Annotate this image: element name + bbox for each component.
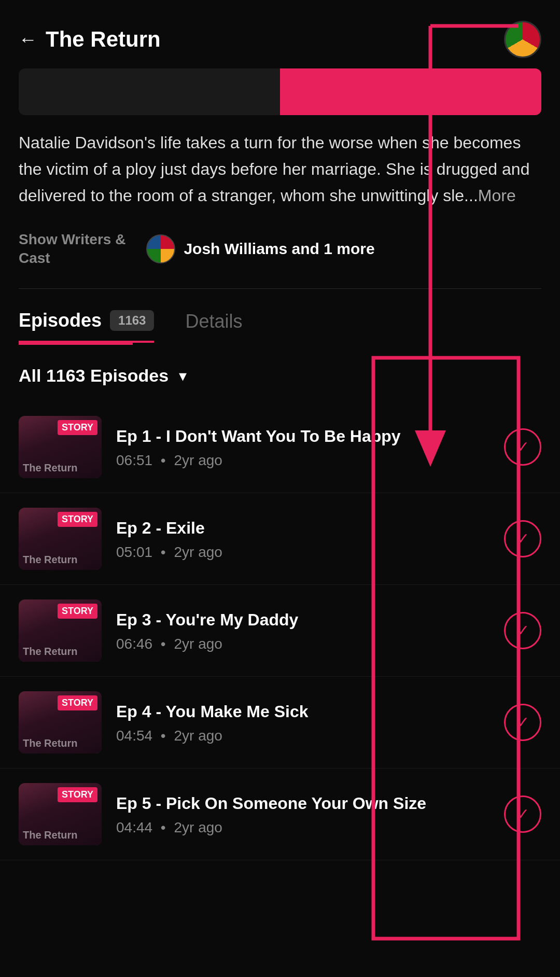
cast-avatar: [146, 234, 175, 263]
episode-item: STORY The Return Ep 5 - Pick On Someone …: [0, 769, 560, 860]
tab-episodes-label: Episodes: [19, 310, 102, 331]
episode-duration: 04:54: [116, 728, 152, 744]
download-icon: ✓: [516, 531, 529, 547]
episode-age: 2yr ago: [174, 728, 222, 744]
download-button[interactable]: ✓: [504, 520, 541, 557]
episode-age: 2yr ago: [174, 452, 222, 468]
download-icon: ✓: [516, 439, 529, 455]
download-icon: ✓: [516, 806, 529, 822]
episode-meta: 04:54 • 2yr ago: [116, 728, 489, 744]
episode-thumbnail: STORY The Return: [19, 508, 102, 570]
description-text: Natalie Davidson's life takes a turn for…: [0, 130, 560, 225]
download-icon: ✓: [516, 715, 529, 730]
episode-duration: 06:46: [116, 636, 152, 652]
episode-thumbnail: STORY The Return: [19, 783, 102, 845]
download-button[interactable]: ✓: [504, 612, 541, 649]
dropdown-icon[interactable]: ▾: [179, 367, 187, 385]
section-divider: [19, 288, 541, 289]
writers-cast-section: Show Writers & Cast Josh Williams and 1 …: [0, 225, 560, 284]
download-button[interactable]: ✓: [504, 428, 541, 466]
episode-title: Ep 5 - Pick On Someone Your Own Size: [116, 793, 489, 815]
episode-info: Ep 1 - I Don't Want You To Be Happy 06:5…: [116, 426, 489, 469]
download-button[interactable]: ✓: [504, 795, 541, 833]
secondary-action-button[interactable]: [280, 68, 541, 115]
episode-info: Ep 3 - You're My Daddy 06:46 • 2yr ago: [116, 609, 489, 653]
episode-title: Ep 1 - I Don't Want You To Be Happy: [116, 426, 489, 448]
thumb-series-text: The Return: [23, 554, 78, 566]
episode-duration: 04:44: [116, 819, 152, 835]
thumb-badge: STORY: [58, 512, 97, 527]
thumb-badge: STORY: [58, 420, 97, 435]
thumb-series-text: The Return: [23, 646, 78, 658]
back-icon[interactable]: ←: [19, 30, 37, 49]
tabs-bar: Episodes 1163 Details: [0, 310, 560, 343]
episode-meta: 05:01 • 2yr ago: [116, 544, 489, 561]
episode-meta: 04:44 • 2yr ago: [116, 819, 489, 836]
thumb-series-text: The Return: [23, 462, 78, 474]
episode-duration: 06:51: [116, 452, 152, 468]
action-buttons: [0, 68, 560, 115]
episode-info: Ep 5 - Pick On Someone Your Own Size 04:…: [116, 793, 489, 836]
episode-title: Ep 4 - You Make Me Sick: [116, 701, 489, 723]
episodes-count-label[interactable]: All 1163 Episodes: [19, 366, 169, 386]
episode-item: STORY The Return Ep 4 - You Make Me Sick…: [0, 677, 560, 769]
page-title: The Return: [46, 27, 161, 52]
tab-episodes[interactable]: Episodes 1163: [19, 310, 154, 343]
thumb-series-text: The Return: [23, 737, 78, 749]
more-link[interactable]: More: [478, 186, 516, 205]
episodes-header: All 1163 Episodes ▾: [0, 345, 560, 401]
episode-age: 2yr ago: [174, 819, 222, 835]
avatar[interactable]: [504, 21, 541, 58]
episode-meta: 06:51 • 2yr ago: [116, 452, 489, 469]
episode-age: 2yr ago: [174, 544, 222, 560]
writers-cast-label[interactable]: Show Writers & Cast: [19, 230, 125, 268]
episode-info: Ep 4 - You Make Me Sick 04:54 • 2yr ago: [116, 701, 489, 745]
download-icon: ✓: [516, 623, 529, 638]
episode-info: Ep 2 - Exile 05:01 • 2yr ago: [116, 518, 489, 561]
thumb-series-text: The Return: [23, 829, 78, 841]
episode-meta: 06:46 • 2yr ago: [116, 636, 489, 652]
episode-item: STORY The Return Ep 2 - Exile 05:01 • 2y…: [0, 493, 560, 585]
tab-episodes-badge: 1163: [110, 310, 154, 331]
cast-info: Josh Williams and 1 more: [146, 234, 374, 263]
episode-age: 2yr ago: [174, 636, 222, 652]
episode-thumbnail: STORY The Return: [19, 691, 102, 753]
episode-duration: 05:01: [116, 544, 152, 560]
primary-action-button[interactable]: [19, 68, 280, 115]
episode-list: STORY The Return Ep 1 - I Don't Want You…: [0, 401, 560, 860]
episode-thumbnail: STORY The Return: [19, 416, 102, 478]
thumb-badge: STORY: [58, 787, 97, 802]
episode-title: Ep 2 - Exile: [116, 518, 489, 539]
episode-title: Ep 3 - You're My Daddy: [116, 609, 489, 631]
header-back: ← The Return: [19, 27, 161, 52]
tab-details[interactable]: Details: [185, 311, 242, 342]
download-button[interactable]: ✓: [504, 704, 541, 741]
episode-item: STORY The Return Ep 3 - You're My Daddy …: [0, 585, 560, 677]
header: ← The Return: [0, 0, 560, 68]
episode-item: STORY The Return Ep 1 - I Don't Want You…: [0, 401, 560, 493]
thumb-badge: STORY: [58, 695, 97, 710]
cast-name: Josh Williams and 1 more: [184, 240, 374, 258]
thumb-badge: STORY: [58, 604, 97, 619]
tab-details-label: Details: [185, 311, 242, 332]
episode-thumbnail: STORY The Return: [19, 599, 102, 662]
